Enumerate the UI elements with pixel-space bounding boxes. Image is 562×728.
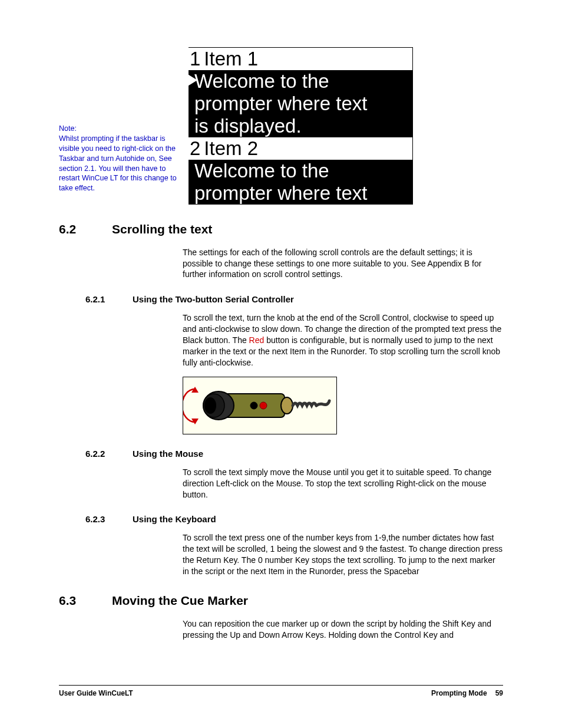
heading-6-2: 6.2 Scrolling the text	[59, 222, 503, 236]
heading-number: 6.2.2	[85, 449, 133, 459]
section-6-2-3-body: To scroll the text press one of the numb…	[183, 532, 503, 577]
heading-6-3: 6.3 Moving the Cue Marker	[59, 594, 503, 608]
prompter-item-2-header: 2 Item 2	[189, 137, 412, 160]
heading-6-2-1: 6.2.1 Using the Two-button Serial Contro…	[59, 294, 503, 304]
prompter-item-1-header: 1 Item 1	[189, 48, 412, 70]
item-number: 2	[189, 137, 204, 160]
scroll-controller-diagram	[183, 377, 337, 434]
heading-6-2-3: 6.2.3 Using the Keyboard	[59, 514, 503, 524]
heading-title: Using the Keyboard	[133, 514, 216, 524]
svg-point-7	[260, 402, 267, 409]
section-6-2-1-body: To scroll the text, turn the knob at the…	[183, 312, 503, 368]
footer-section: Prompting Mode	[431, 689, 487, 697]
red-text: Red	[249, 335, 265, 345]
heading-number: 6.2	[59, 222, 112, 236]
prompter-item-2-body: Welcome to the prompter where text	[189, 160, 412, 205]
note-text: Whilst prompting if the taskbar is visib…	[59, 134, 177, 192]
section-6-3-body: You can reposition the cue marker up or …	[183, 618, 503, 641]
section-6-2-intro: The settings for each of the following s…	[183, 247, 503, 281]
item-number: 1	[189, 48, 204, 70]
footer-left: User Guide WinCueLT	[59, 689, 133, 697]
svg-point-5	[204, 397, 216, 414]
page-footer: User Guide WinCueLT Prompting Mode59	[59, 685, 503, 697]
heading-number: 6.3	[59, 594, 112, 608]
heading-title: Scrolling the text	[112, 222, 212, 236]
prompter-screenshot: 1 Item 1 Welcome to the prompter where t…	[189, 47, 413, 205]
heading-6-2-2: 6.2.2 Using the Mouse	[59, 449, 503, 459]
footer-right: Prompting Mode59	[431, 689, 503, 697]
heading-number: 6.2.1	[85, 294, 133, 304]
footer-page-number: 59	[495, 689, 503, 697]
heading-title: Using the Two-button Serial Controller	[133, 294, 294, 304]
item-label: Item 2	[204, 137, 258, 160]
heading-title: Using the Mouse	[133, 449, 203, 459]
item-label: Item 1	[204, 48, 258, 70]
heading-number: 6.2.3	[85, 514, 133, 524]
svg-point-6	[250, 402, 257, 409]
note-label: Note:	[59, 124, 183, 134]
svg-point-8	[281, 397, 293, 414]
heading-title: Moving the Cue Marker	[112, 594, 248, 608]
side-note: Note: Whilst prompting if the taskbar is…	[59, 47, 189, 193]
section-6-2-2-body: To scroll the text simply move the Mouse…	[183, 467, 503, 500]
prompter-item-1-body: Welcome to the prompter where text is di…	[189, 70, 412, 137]
